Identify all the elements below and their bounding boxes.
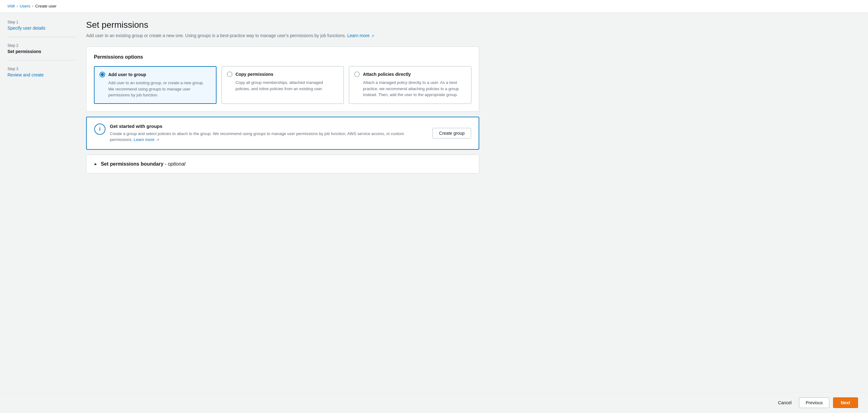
step2-label: Step 2 xyxy=(7,43,76,48)
sidebar-item-review-and-create: Review and create xyxy=(7,72,44,77)
option-title-2: Copy permissions xyxy=(236,72,273,77)
option-attach-policies-directly[interactable]: Attach policies directly Attach a manage… xyxy=(349,66,471,104)
breadcrumb-users[interactable]: Users xyxy=(20,4,30,8)
radio-attach-policies-directly[interactable] xyxy=(354,71,360,77)
main-content: Set permissions Add user to an existing … xyxy=(86,20,479,385)
breadcrumb-current: Create user xyxy=(35,4,57,8)
sidebar: Step 1 Specify user details Step 2 Set p… xyxy=(7,20,76,385)
step1-label: Step 1 xyxy=(7,20,76,24)
breadcrumb-iam[interactable]: IAM xyxy=(7,4,15,8)
radio-copy-permissions[interactable] xyxy=(227,71,232,77)
sidebar-step-2: Step 2 Set permissions xyxy=(7,43,76,61)
radio-add-user-to-group[interactable] xyxy=(99,72,105,77)
option-description-3: Attach a managed policy directly to a us… xyxy=(354,80,466,98)
boundary-title: Set permissions boundary - optional xyxy=(101,161,185,167)
sidebar-step-1: Step 1 Specify user details xyxy=(7,20,76,37)
get-started-box: i Get started with groups Create a group… xyxy=(86,117,479,150)
option-header-2: Copy permissions xyxy=(227,71,339,77)
get-started-text: Get started with groups Create a group a… xyxy=(110,124,428,143)
get-started-description: Create a group and select policies to at… xyxy=(110,131,428,143)
expand-icon: ► xyxy=(94,162,98,166)
step3-label: Step 3 xyxy=(7,67,76,71)
previous-button[interactable]: Previous xyxy=(799,398,829,408)
footer-bar: Cancel Previous Next xyxy=(0,392,868,413)
boundary-header[interactable]: ► Set permissions boundary - optional xyxy=(94,161,471,167)
option-title-3: Attach policies directly xyxy=(363,72,411,77)
permissions-options-title: Permissions options xyxy=(94,54,471,60)
breadcrumb: IAM › Users › Create user xyxy=(0,0,868,12)
option-header-1: Add user to group xyxy=(99,72,211,77)
learn-more-link[interactable]: Learn more ↗ xyxy=(347,33,374,38)
permissions-boundary-card: ► Set permissions boundary - optional xyxy=(86,155,479,173)
sidebar-step-3: Step 3 Review and create xyxy=(7,67,76,84)
permissions-options-card: Permissions options Add user to group Ad… xyxy=(86,46,479,112)
get-started-title: Get started with groups xyxy=(110,124,428,129)
get-started-learn-more-link[interactable]: Learn more ↗ xyxy=(134,137,159,142)
option-add-user-to-group[interactable]: Add user to group Add user to an existin… xyxy=(94,66,217,104)
get-started-content: i Get started with groups Create a group… xyxy=(94,124,428,143)
options-grid: Add user to group Add user to an existin… xyxy=(94,66,471,104)
external-link-icon: ↗ xyxy=(371,34,374,38)
breadcrumb-sep-1: › xyxy=(17,4,18,8)
option-description-2: Copy all group memberships, attached man… xyxy=(227,80,339,92)
sidebar-item-specify-user-details[interactable]: Specify user details xyxy=(7,26,45,31)
breadcrumb-sep-2: › xyxy=(32,4,33,8)
page-description: Add user to an existing group or create … xyxy=(86,32,479,39)
next-button[interactable]: Next xyxy=(833,398,858,408)
create-group-button[interactable]: Create group xyxy=(432,128,471,138)
page-title: Set permissions xyxy=(86,20,479,30)
radio-inner-1 xyxy=(101,73,104,76)
sidebar-item-set-permissions: Set permissions xyxy=(7,49,41,54)
boundary-optional: - optional xyxy=(165,161,185,166)
cancel-button[interactable]: Cancel xyxy=(774,398,796,408)
info-icon: i xyxy=(94,124,105,135)
option-copy-permissions[interactable]: Copy permissions Copy all group membersh… xyxy=(221,66,344,104)
ext-link-icon-2: ↗ xyxy=(156,138,159,141)
option-description-1: Add user to an existing group, or create… xyxy=(99,80,211,98)
option-header-3: Attach policies directly xyxy=(354,71,466,77)
option-title-1: Add user to group xyxy=(108,72,146,77)
